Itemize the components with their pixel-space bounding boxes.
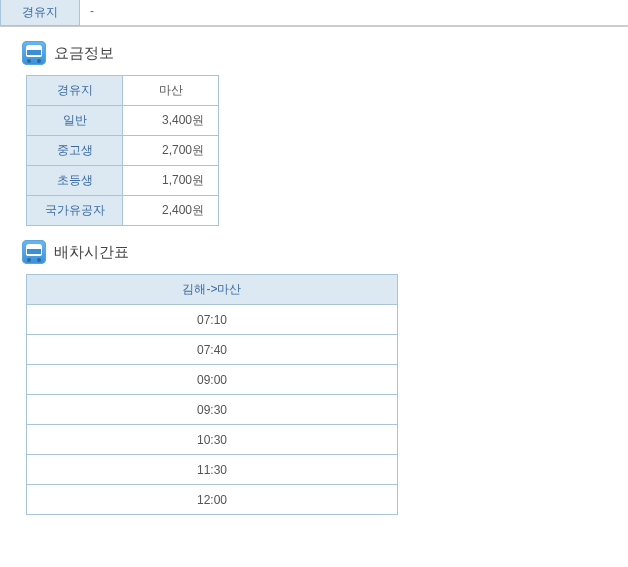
schedule-row: 12:00: [27, 485, 398, 515]
schedule-time: 07:10: [27, 305, 398, 335]
schedule-row: 07:40: [27, 335, 398, 365]
fare-row: 초등생1,700원: [27, 166, 219, 196]
fare-table: 경유지마산일반3,400원중고생2,700원초등생1,700원국가유공자2,40…: [26, 75, 219, 226]
schedule-time: 11:30: [27, 455, 398, 485]
fare-row-label: 초등생: [27, 166, 123, 196]
fare-row-value: 2,700원: [123, 136, 219, 166]
fare-section-header: 요금정보: [22, 41, 628, 65]
schedule-row: 10:30: [27, 425, 398, 455]
schedule-time: 09:30: [27, 395, 398, 425]
fare-row-value: 2,400원: [123, 196, 219, 226]
fare-row-label: 경유지: [27, 76, 123, 106]
fare-section-title: 요금정보: [54, 44, 114, 63]
schedule-table-body: 07:1007:4009:0009:3010:3011:3012:00: [27, 305, 398, 515]
schedule-time: 12:00: [27, 485, 398, 515]
schedule-time: 07:40: [27, 335, 398, 365]
bus-icon: [22, 240, 46, 264]
fare-row: 국가유공자2,400원: [27, 196, 219, 226]
via-row: 경유지 -: [0, 0, 628, 27]
schedule-time: 10:30: [27, 425, 398, 455]
schedule-row: 11:30: [27, 455, 398, 485]
fare-row-value: 마산: [123, 76, 219, 106]
schedule-row: 09:00: [27, 365, 398, 395]
schedule-header: 김해->마산: [27, 275, 398, 305]
fare-row-value: 1,700원: [123, 166, 219, 196]
schedule-time: 09:00: [27, 365, 398, 395]
fare-row-label: 일반: [27, 106, 123, 136]
bus-icon: [22, 41, 46, 65]
fare-row: 경유지마산: [27, 76, 219, 106]
schedule-row: 09:30: [27, 395, 398, 425]
fare-row-label: 중고생: [27, 136, 123, 166]
schedule-table: 김해->마산 07:1007:4009:0009:3010:3011:3012:…: [26, 274, 398, 515]
via-label: 경유지: [0, 0, 80, 26]
fare-table-body: 경유지마산일반3,400원중고생2,700원초등생1,700원국가유공자2,40…: [27, 76, 219, 226]
schedule-section-title: 배차시간표: [54, 243, 129, 262]
schedule-row: 07:10: [27, 305, 398, 335]
fare-row: 일반3,400원: [27, 106, 219, 136]
via-value: -: [80, 0, 628, 26]
fare-row-value: 3,400원: [123, 106, 219, 136]
fare-row: 중고생2,700원: [27, 136, 219, 166]
schedule-section-header: 배차시간표: [22, 240, 628, 264]
fare-row-label: 국가유공자: [27, 196, 123, 226]
